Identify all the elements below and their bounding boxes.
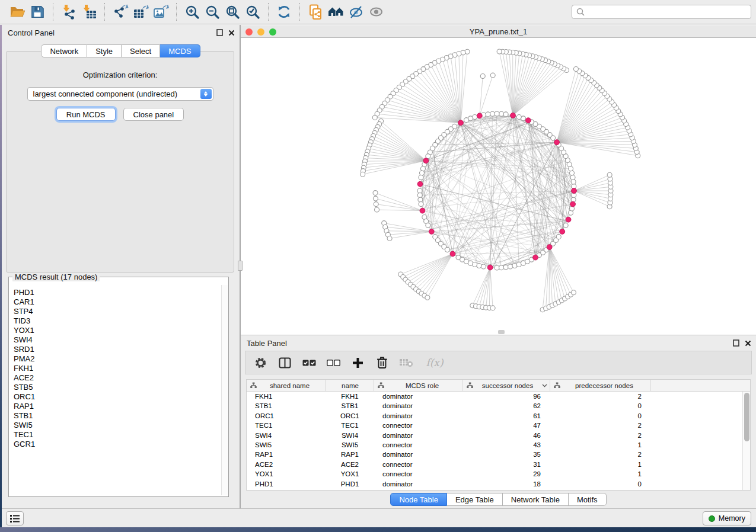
table-cell[interactable]: RAP1	[326, 450, 374, 459]
tab-network[interactable]: Network	[41, 44, 87, 57]
table-cell[interactable]: 0	[550, 479, 651, 489]
network-node[interactable]	[503, 112, 508, 117]
table-row[interactable]: STB1STB1dominator620	[247, 401, 750, 411]
add-column-button[interactable]	[349, 354, 366, 371]
mcds-result-item[interactable]: CAR1	[14, 297, 221, 307]
zoom-fit-button[interactable]	[222, 2, 243, 21]
close-panel-icon[interactable]	[228, 30, 235, 36]
mcds-result-item[interactable]: ORC1	[14, 392, 221, 402]
table-cell[interactable]: ORC1	[247, 411, 326, 421]
table-row[interactable]: SWI5SWI5connector431	[247, 440, 750, 450]
mcds-result-item[interactable]: ACE2	[14, 373, 221, 383]
network-node[interactable]	[516, 114, 521, 119]
network-node[interactable]	[481, 264, 486, 269]
network-hub-node[interactable]	[450, 251, 455, 257]
table-cell[interactable]: 1	[550, 460, 651, 469]
new-network-from-selection-button[interactable]	[305, 2, 326, 21]
network-node[interactable]	[495, 265, 499, 270]
table-cell[interactable]: 35	[463, 450, 550, 459]
network-node[interactable]	[374, 202, 378, 207]
network-node[interactable]	[375, 207, 379, 212]
table-row[interactable]: ORC1ORC1dominator610	[247, 411, 750, 421]
table-settings-button[interactable]	[251, 354, 269, 371]
open-session-button[interactable]	[7, 2, 27, 21]
table-row[interactable]: SWI4SWI4dominator462	[247, 431, 750, 440]
network-node[interactable]	[419, 202, 423, 207]
export-image-button[interactable]	[151, 2, 171, 21]
float-panel-icon[interactable]	[216, 29, 223, 36]
table-cell[interactable]: STB1	[247, 401, 326, 411]
table-cell[interactable]: 31	[463, 460, 550, 469]
network-hub-node[interactable]	[572, 188, 577, 194]
table-cell[interactable]: SWI5	[326, 440, 374, 450]
table-cell[interactable]: 47	[463, 421, 550, 430]
network-node[interactable]	[503, 265, 508, 270]
table-cell[interactable]: dominator	[374, 431, 463, 440]
network-node[interactable]	[563, 223, 568, 227]
network-node[interactable]	[570, 175, 575, 180]
network-node[interactable]	[490, 73, 495, 78]
table-cell[interactable]: PHD1	[247, 479, 326, 489]
mcds-result-item[interactable]: STB1	[14, 411, 221, 421]
network-hub-node[interactable]	[554, 140, 560, 145]
network-hub-node[interactable]	[511, 113, 516, 118]
table-row[interactable]: TEC1TEC1connector472	[247, 421, 750, 430]
network-node[interactable]	[426, 223, 430, 227]
table-cell[interactable]: RAP1	[247, 450, 326, 459]
network-node[interactable]	[417, 188, 422, 193]
table-cell[interactable]: 18	[463, 479, 550, 489]
zoom-out-button[interactable]	[202, 2, 222, 21]
network-node[interactable]	[419, 175, 423, 180]
table-row[interactable]: RAP1RAP1dominator352	[247, 450, 750, 459]
mcds-result-item[interactable]: PHD1	[14, 288, 221, 297]
column-header-shared-name[interactable]: shared name	[247, 380, 326, 391]
network-node[interactable]	[361, 172, 365, 177]
mcds-result-item[interactable]: YOX1	[14, 326, 221, 335]
network-node[interactable]	[556, 235, 561, 239]
mcds-result-item[interactable]: TEC1	[14, 430, 221, 440]
network-node[interactable]	[425, 295, 430, 300]
window-minimize-button[interactable]	[257, 28, 264, 36]
close-panel-button[interactable]: Close panel	[123, 108, 184, 121]
select-all-columns-button[interactable]	[300, 354, 318, 371]
network-node[interactable]	[418, 197, 423, 202]
network-hub-node[interactable]	[429, 229, 434, 234]
table-row[interactable]: FKH1FKH1dominator962	[247, 392, 750, 401]
table-cell[interactable]: YOX1	[326, 469, 374, 479]
network-node[interactable]	[464, 118, 469, 123]
mcds-result-item[interactable]: STP4	[14, 307, 221, 316]
column-header-name[interactable]: name	[326, 380, 374, 391]
table-cell[interactable]: 0	[550, 401, 651, 411]
network-hub-node[interactable]	[487, 265, 493, 270]
tab-network-table[interactable]: Network Table	[503, 493, 569, 506]
mcds-result-item[interactable]: PMA2	[14, 354, 221, 364]
network-canvas[interactable]	[241, 38, 756, 335]
mcds-result-item[interactable]: GCR1	[14, 440, 221, 449]
network-node[interactable]	[490, 111, 495, 116]
network-node[interactable]	[373, 191, 378, 196]
table-cell[interactable]: 2	[550, 431, 651, 440]
table-cell[interactable]: 2	[550, 392, 651, 401]
apply-layout-button[interactable]	[274, 2, 294, 21]
table-cell[interactable]: STB1	[326, 401, 374, 411]
network-hub-node[interactable]	[547, 245, 552, 250]
table-row[interactable]: YOX1YOX1connector291	[247, 469, 750, 479]
mcds-result-item[interactable]: TID3	[14, 316, 221, 326]
table-cell[interactable]: 1	[550, 469, 651, 479]
network-hub-node[interactable]	[533, 255, 538, 260]
network-node[interactable]	[387, 236, 392, 241]
task-history-button[interactable]	[6, 511, 24, 525]
run-mcds-button[interactable]: Run MCDS	[56, 108, 116, 121]
table-cell[interactable]: 0	[550, 411, 651, 421]
network-view[interactable]	[241, 38, 756, 335]
window-close-button[interactable]	[245, 28, 253, 36]
network-node[interactable]	[607, 172, 612, 177]
show-columns-button[interactable]	[276, 354, 294, 371]
hide-selected-button[interactable]	[346, 2, 366, 21]
network-node[interactable]	[512, 263, 517, 268]
table-cell[interactable]: FKH1	[326, 392, 374, 401]
network-hub-node[interactable]	[560, 229, 565, 234]
tab-motifs[interactable]: Motifs	[569, 493, 607, 506]
table-cell[interactable]: dominator	[374, 401, 463, 411]
table-cell[interactable]: dominator	[374, 392, 463, 401]
